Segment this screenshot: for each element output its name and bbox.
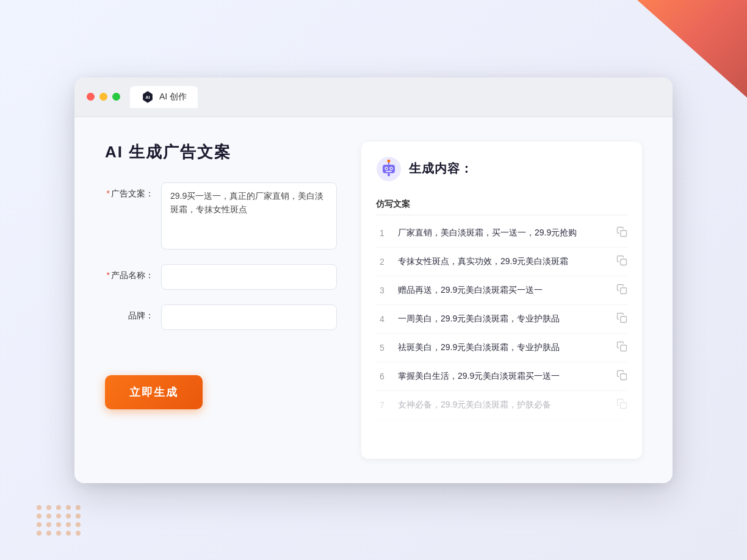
svg-text:AI: AI — [145, 95, 150, 100]
row-number: 6 — [376, 372, 388, 381]
results-title: 生成内容： — [409, 160, 473, 177]
close-button[interactable] — [87, 93, 95, 101]
product-name-required: * — [107, 270, 110, 280]
result-row: 1厂家直销，美白淡斑霜，买一送一，29.9元抢购 — [376, 219, 627, 248]
svg-rect-13 — [621, 259, 627, 265]
ai-tab[interactable]: AI AI 创作 — [130, 86, 198, 108]
row-text: 祛斑美白，29.9元美白淡斑霜，专业护肤品 — [398, 341, 607, 354]
generate-button[interactable]: 立即生成 — [105, 375, 203, 409]
row-number: 1 — [376, 228, 388, 238]
svg-point-10 — [388, 159, 391, 162]
copy-icon[interactable] — [616, 284, 627, 297]
ad-copy-group: *广告文案： 29.9买一送一，真正的厂家直销，美白淡斑霜，专抹女性斑点 — [105, 182, 337, 249]
row-text: 赠品再送，29.9元美白淡斑霜买一送一 — [398, 284, 607, 296]
maximize-button[interactable] — [112, 93, 120, 101]
ad-copy-label: *广告文案： — [105, 182, 154, 199]
row-number: 7 — [376, 400, 388, 410]
copy-icon[interactable] — [616, 341, 627, 354]
svg-rect-12 — [621, 230, 627, 236]
robot-icon — [376, 156, 402, 182]
minimize-button[interactable] — [99, 93, 107, 101]
main-content: AI 生成广告文案 *广告文案： 29.9买一送一，真正的厂家直销，美白淡斑霜，… — [74, 117, 673, 483]
traffic-lights — [87, 93, 120, 101]
svg-rect-17 — [621, 373, 627, 379]
svg-rect-16 — [621, 345, 627, 351]
row-number: 2 — [376, 257, 388, 267]
copy-icon[interactable] — [616, 255, 627, 268]
brand-group: 品牌： 好白 — [105, 304, 337, 330]
title-bar: AI AI 创作 — [74, 77, 673, 117]
row-text: 厂家直销，美白淡斑霜，买一送一，29.9元抢购 — [398, 226, 607, 239]
svg-rect-11 — [388, 173, 390, 176]
row-text: 专抹女性斑点，真实功效，29.9元美白淡斑霜 — [398, 255, 607, 268]
results-table: 仿写文案 1厂家直销，美白淡斑霜，买一送一，29.9元抢购2专抹女性斑点，真实功… — [376, 194, 627, 420]
result-row: 5祛斑美白，29.9元美白淡斑霜，专业护肤品 — [376, 334, 627, 362]
brand-label: 品牌： — [105, 304, 154, 321]
product-name-group: *产品名称： 美白淡斑霜 — [105, 264, 337, 290]
svg-rect-15 — [621, 316, 627, 322]
result-row: 7女神必备，29.9元美白淡斑霜，护肤必备 — [376, 391, 627, 420]
copy-icon[interactable] — [616, 398, 627, 412]
result-row: 6掌握美白生活，29.9元美白淡斑霜买一送一 — [376, 362, 627, 391]
result-row: 2专抹女性斑点，真实功效，29.9元美白淡斑霜 — [376, 248, 627, 276]
page-title: AI 生成广告文案 — [105, 142, 337, 163]
row-text: 一周美白，29.9元美白淡斑霜，专业护肤品 — [398, 312, 607, 325]
results-header: 生成内容： — [376, 156, 627, 182]
table-column-header: 仿写文案 — [376, 194, 627, 215]
product-name-input[interactable]: 美白淡斑霜 — [161, 264, 337, 290]
decorative-dots-bottom-left — [37, 505, 82, 536]
svg-point-7 — [391, 167, 392, 168]
ad-copy-required: * — [107, 188, 110, 198]
ad-copy-input[interactable]: 29.9买一送一，真正的厂家直销，美白淡斑霜，专抹女性斑点 — [161, 182, 337, 249]
brand-input[interactable]: 好白 — [161, 304, 337, 330]
row-text: 掌握美白生活，29.9元美白淡斑霜买一送一 — [398, 370, 607, 382]
product-name-label: *产品名称： — [105, 264, 154, 281]
svg-point-6 — [386, 167, 387, 168]
browser-window: AI AI 创作 AI 生成广告文案 *广告文案： 29.9买一送一，真正的厂家… — [74, 77, 673, 483]
copy-icon[interactable] — [616, 226, 627, 240]
copy-icon[interactable] — [616, 312, 627, 326]
copy-icon[interactable] — [616, 370, 627, 383]
right-panel: 生成内容： 仿写文案 1厂家直销，美白淡斑霜，买一送一，29.9元抢购2专抹女性… — [361, 142, 642, 459]
result-row: 4一周美白，29.9元美白淡斑霜，专业护肤品 — [376, 305, 627, 334]
row-number: 3 — [376, 285, 388, 295]
svg-rect-18 — [621, 402, 627, 408]
row-number: 4 — [376, 314, 388, 324]
svg-rect-14 — [621, 287, 627, 293]
ai-tab-icon: AI — [141, 90, 154, 104]
svg-rect-8 — [386, 171, 392, 172]
tab-label: AI 创作 — [159, 92, 187, 102]
row-number: 5 — [376, 343, 388, 353]
result-row: 3赠品再送，29.9元美白淡斑霜买一送一 — [376, 276, 627, 305]
left-panel: AI 生成广告文案 *广告文案： 29.9买一送一，真正的厂家直销，美白淡斑霜，… — [105, 142, 337, 459]
row-text: 女神必备，29.9元美白淡斑霜，护肤必备 — [398, 398, 607, 411]
